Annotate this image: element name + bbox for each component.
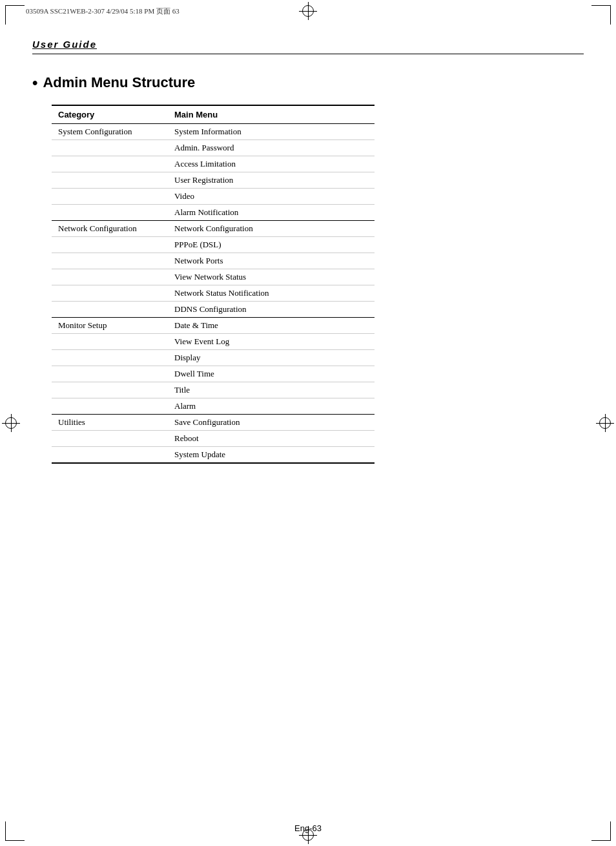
menu-item: Display — [168, 350, 375, 366]
menu-item: Alarm — [168, 398, 375, 415]
menu-item: Date & Time — [168, 318, 375, 334]
menu-table: Category Main Menu System ConfigurationS… — [52, 105, 375, 464]
user-guide-title: User Guide — [32, 39, 584, 54]
category-cell — [52, 350, 168, 366]
page-footer: Eng-63 — [0, 823, 616, 833]
section-title: • Admin Menu Structure — [32, 74, 584, 92]
category-cell — [52, 366, 168, 382]
menu-item: PPPoE (DSL) — [168, 237, 375, 253]
category-cell — [52, 237, 168, 253]
category-cell — [52, 431, 168, 447]
menu-item: Title — [168, 382, 375, 398]
menu-item: Reboot — [168, 431, 375, 447]
category-cell — [52, 253, 168, 269]
category-cell — [52, 447, 168, 464]
bullet: • — [32, 74, 37, 92]
category-cell — [52, 302, 168, 318]
page-label: Eng-63 — [294, 823, 322, 833]
doc-info: 03509A SSC21WEB-2-307 4/29/04 5:18 PM 页面… — [26, 6, 590, 16]
header-strip: 03509A SSC21WEB-2-307 4/29/04 5:18 PM 页面… — [0, 0, 616, 23]
menu-item: DDNS Configuration — [168, 302, 375, 318]
category-cell: Monitor Setup — [52, 318, 168, 334]
menu-item: Network Configuration — [168, 221, 375, 237]
menu-item: Network Status Notification — [168, 285, 375, 302]
main-content: User Guide • Admin Menu Structure Catego… — [32, 39, 584, 807]
section-title-text: Admin Menu Structure — [43, 74, 195, 91]
reg-mark-left — [5, 417, 17, 429]
category-cell — [52, 140, 168, 156]
category-cell — [52, 285, 168, 302]
category-cell: System Configuration — [52, 124, 168, 140]
menu-item: System Update — [168, 447, 375, 464]
menu-item: View Network Status — [168, 269, 375, 285]
category-cell: Network Configuration — [52, 221, 168, 237]
menu-item: System Information — [168, 124, 375, 140]
menu-item: User Registration — [168, 172, 375, 189]
category-cell — [52, 172, 168, 189]
category-cell — [52, 398, 168, 415]
category-cell — [52, 205, 168, 221]
reg-mark-right — [599, 417, 611, 429]
category-cell — [52, 269, 168, 285]
category-cell: Utilities — [52, 415, 168, 431]
menu-item: Save Configuration — [168, 415, 375, 431]
menu-item: Access Limitation — [168, 156, 375, 172]
category-cell — [52, 382, 168, 398]
category-cell — [52, 334, 168, 350]
col-category-header: Category — [52, 105, 168, 124]
menu-item: Dwell Time — [168, 366, 375, 382]
menu-item: Video — [168, 189, 375, 205]
category-cell — [52, 189, 168, 205]
category-cell — [52, 156, 168, 172]
menu-item: Network Ports — [168, 253, 375, 269]
menu-item: View Event Log — [168, 334, 375, 350]
menu-item: Alarm Notification — [168, 205, 375, 221]
menu-item: Admin. Password — [168, 140, 375, 156]
col-main-menu-header: Main Menu — [168, 105, 375, 124]
